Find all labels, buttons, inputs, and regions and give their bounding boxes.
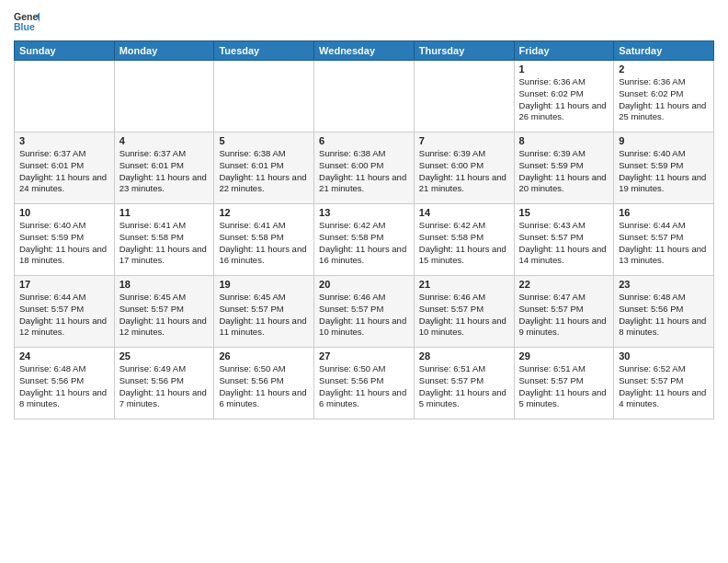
day-number: 1	[519, 63, 609, 75]
day-info: Sunrise: 6:44 AMSunset: 5:57 PMDaylight:…	[19, 292, 109, 339]
day-number: 15	[519, 207, 609, 218]
day-info: Sunrise: 6:42 AMSunset: 5:58 PMDaylight:…	[419, 220, 509, 267]
day-number: 5	[219, 135, 309, 146]
day-info: Sunrise: 6:41 AMSunset: 5:58 PMDaylight:…	[219, 220, 309, 267]
day-info: Sunrise: 6:42 AMSunset: 5:58 PMDaylight:…	[319, 220, 409, 267]
day-cell	[214, 61, 314, 132]
day-number: 25	[119, 350, 210, 362]
weekday-header-thursday: Thursday	[414, 41, 514, 61]
day-info: Sunrise: 6:37 AMSunset: 6:01 PMDaylight:…	[119, 148, 210, 195]
day-cell: 5Sunrise: 6:38 AMSunset: 6:01 PMDaylight…	[214, 132, 314, 204]
day-number: 19	[219, 279, 309, 290]
day-info: Sunrise: 6:40 AMSunset: 5:59 PMDaylight:…	[19, 220, 109, 267]
day-cell: 10Sunrise: 6:40 AMSunset: 5:59 PMDayligh…	[15, 204, 115, 276]
header: General Blue	[14, 9, 714, 35]
day-info: Sunrise: 6:48 AMSunset: 5:56 PMDaylight:…	[19, 363, 109, 410]
calendar-page: General Blue SundayMondayTuesdayWednesda…	[0, 0, 728, 563]
weekday-header-sunday: Sunday	[15, 41, 115, 61]
day-info: Sunrise: 6:52 AMSunset: 5:57 PMDaylight:…	[619, 363, 709, 410]
day-cell: 17Sunrise: 6:44 AMSunset: 5:57 PMDayligh…	[15, 276, 115, 348]
day-cell	[114, 61, 214, 132]
day-cell: 29Sunrise: 6:51 AMSunset: 5:57 PMDayligh…	[514, 348, 614, 419]
day-info: Sunrise: 6:45 AMSunset: 5:57 PMDaylight:…	[219, 292, 309, 339]
day-info: Sunrise: 6:38 AMSunset: 6:00 PMDaylight:…	[319, 148, 409, 195]
day-info: Sunrise: 6:50 AMSunset: 5:56 PMDaylight:…	[219, 363, 309, 410]
day-cell: 24Sunrise: 6:48 AMSunset: 5:56 PMDayligh…	[15, 348, 115, 419]
day-cell: 25Sunrise: 6:49 AMSunset: 5:56 PMDayligh…	[114, 348, 214, 419]
week-row-5: 24Sunrise: 6:48 AMSunset: 5:56 PMDayligh…	[15, 348, 714, 419]
day-cell	[414, 61, 514, 132]
week-row-1: 1Sunrise: 6:36 AMSunset: 6:02 PMDaylight…	[15, 61, 714, 132]
day-cell: 20Sunrise: 6:46 AMSunset: 5:57 PMDayligh…	[314, 276, 415, 348]
day-cell: 8Sunrise: 6:39 AMSunset: 5:59 PMDaylight…	[514, 132, 614, 204]
day-cell: 2Sunrise: 6:36 AMSunset: 6:02 PMDaylight…	[614, 61, 714, 132]
day-number: 3	[19, 135, 109, 146]
day-cell: 13Sunrise: 6:42 AMSunset: 5:58 PMDayligh…	[314, 204, 415, 276]
day-number: 27	[319, 350, 409, 362]
day-info: Sunrise: 6:49 AMSunset: 5:56 PMDaylight:…	[119, 363, 210, 410]
day-info: Sunrise: 6:48 AMSunset: 5:56 PMDaylight:…	[619, 292, 709, 339]
weekday-header-wednesday: Wednesday	[314, 41, 415, 61]
day-cell: 21Sunrise: 6:46 AMSunset: 5:57 PMDayligh…	[414, 276, 514, 348]
day-cell: 12Sunrise: 6:41 AMSunset: 5:58 PMDayligh…	[214, 204, 314, 276]
day-info: Sunrise: 6:44 AMSunset: 5:57 PMDaylight:…	[619, 220, 709, 267]
day-cell: 4Sunrise: 6:37 AMSunset: 6:01 PMDaylight…	[114, 132, 214, 204]
day-cell	[314, 61, 415, 132]
day-number: 29	[519, 350, 609, 362]
calendar-table: SundayMondayTuesdayWednesdayThursdayFrid…	[14, 40, 714, 419]
day-info: Sunrise: 6:38 AMSunset: 6:01 PMDaylight:…	[219, 148, 309, 195]
day-cell: 27Sunrise: 6:50 AMSunset: 5:56 PMDayligh…	[314, 348, 415, 419]
day-number: 9	[619, 135, 709, 146]
day-number: 21	[419, 279, 509, 290]
day-info: Sunrise: 6:43 AMSunset: 5:57 PMDaylight:…	[519, 220, 609, 267]
day-number: 13	[319, 207, 409, 218]
week-row-3: 10Sunrise: 6:40 AMSunset: 5:59 PMDayligh…	[15, 204, 714, 276]
day-cell: 15Sunrise: 6:43 AMSunset: 5:57 PMDayligh…	[514, 204, 614, 276]
day-cell: 7Sunrise: 6:39 AMSunset: 6:00 PMDaylight…	[414, 132, 514, 204]
day-number: 16	[619, 207, 709, 218]
day-number: 26	[219, 350, 309, 362]
day-cell: 3Sunrise: 6:37 AMSunset: 6:01 PMDaylight…	[15, 132, 115, 204]
day-cell: 22Sunrise: 6:47 AMSunset: 5:57 PMDayligh…	[514, 276, 614, 348]
logo: General Blue	[14, 9, 40, 35]
day-info: Sunrise: 6:39 AMSunset: 6:00 PMDaylight:…	[419, 148, 509, 195]
day-cell: 28Sunrise: 6:51 AMSunset: 5:57 PMDayligh…	[414, 348, 514, 419]
day-cell	[15, 61, 115, 132]
svg-text:Blue: Blue	[14, 21, 35, 32]
day-number: 24	[19, 350, 109, 362]
day-cell: 9Sunrise: 6:40 AMSunset: 5:59 PMDaylight…	[614, 132, 714, 204]
day-info: Sunrise: 6:47 AMSunset: 5:57 PMDaylight:…	[519, 292, 609, 339]
day-info: Sunrise: 6:36 AMSunset: 6:02 PMDaylight:…	[619, 76, 709, 123]
day-number: 23	[619, 279, 709, 290]
day-cell: 14Sunrise: 6:42 AMSunset: 5:58 PMDayligh…	[414, 204, 514, 276]
day-cell: 26Sunrise: 6:50 AMSunset: 5:56 PMDayligh…	[214, 348, 314, 419]
day-info: Sunrise: 6:46 AMSunset: 5:57 PMDaylight:…	[319, 292, 409, 339]
day-number: 30	[619, 350, 709, 362]
day-number: 17	[19, 279, 109, 290]
day-cell: 1Sunrise: 6:36 AMSunset: 6:02 PMDaylight…	[514, 61, 614, 132]
weekday-header-tuesday: Tuesday	[214, 41, 314, 61]
day-info: Sunrise: 6:40 AMSunset: 5:59 PMDaylight:…	[619, 148, 709, 195]
day-cell: 16Sunrise: 6:44 AMSunset: 5:57 PMDayligh…	[614, 204, 714, 276]
day-cell: 23Sunrise: 6:48 AMSunset: 5:56 PMDayligh…	[614, 276, 714, 348]
day-number: 12	[219, 207, 309, 218]
logo-icon: General Blue	[14, 9, 40, 35]
day-info: Sunrise: 6:39 AMSunset: 5:59 PMDaylight:…	[519, 148, 609, 195]
week-row-2: 3Sunrise: 6:37 AMSunset: 6:01 PMDaylight…	[15, 132, 714, 204]
day-number: 8	[519, 135, 609, 146]
day-number: 6	[319, 135, 409, 146]
day-info: Sunrise: 6:50 AMSunset: 5:56 PMDaylight:…	[319, 363, 409, 410]
day-number: 28	[419, 350, 509, 362]
day-info: Sunrise: 6:46 AMSunset: 5:57 PMDaylight:…	[419, 292, 509, 339]
week-row-4: 17Sunrise: 6:44 AMSunset: 5:57 PMDayligh…	[15, 276, 714, 348]
weekday-header-row: SundayMondayTuesdayWednesdayThursdayFrid…	[15, 41, 714, 61]
day-info: Sunrise: 6:51 AMSunset: 5:57 PMDaylight:…	[419, 363, 509, 410]
day-number: 2	[619, 63, 709, 75]
day-cell: 30Sunrise: 6:52 AMSunset: 5:57 PMDayligh…	[614, 348, 714, 419]
day-number: 22	[519, 279, 609, 290]
day-cell: 18Sunrise: 6:45 AMSunset: 5:57 PMDayligh…	[114, 276, 214, 348]
weekday-header-saturday: Saturday	[614, 41, 714, 61]
day-number: 18	[119, 279, 210, 290]
weekday-header-friday: Friday	[514, 41, 614, 61]
day-number: 20	[319, 279, 409, 290]
